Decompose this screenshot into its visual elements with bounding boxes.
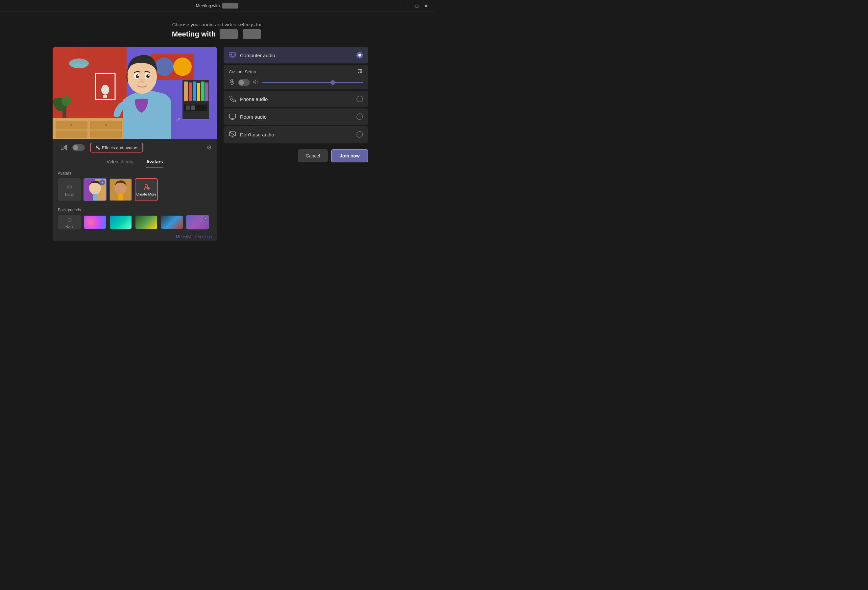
minimize-button[interactable]: − bbox=[404, 2, 412, 10]
computer-audio-radio bbox=[356, 52, 363, 59]
custom-setup-settings-button[interactable] bbox=[357, 68, 363, 75]
svg-rect-25 bbox=[197, 83, 200, 101]
room-audio-radio bbox=[356, 114, 363, 120]
svg-rect-15 bbox=[90, 131, 122, 137]
video-panel: ✕ Effects and avatars ⚙ V bbox=[53, 47, 217, 241]
phone-audio-label: Phone audio bbox=[240, 96, 353, 102]
tabs-row: Video effects Avatars bbox=[53, 156, 217, 168]
room-audio-option[interactable]: Room audio bbox=[224, 108, 368, 125]
custom-setup-header: Custom Setup bbox=[229, 68, 363, 75]
bg-none-icon: ⊘ bbox=[67, 216, 72, 224]
speaker-button[interactable] bbox=[253, 79, 259, 86]
backgrounds-label: Backgrounds bbox=[58, 208, 212, 212]
svg-point-38 bbox=[148, 75, 149, 76]
window-controls: − □ ✕ bbox=[404, 2, 430, 10]
svg-point-57 bbox=[359, 69, 360, 70]
more-avatar-settings-link[interactable]: More avatar settings bbox=[53, 233, 217, 241]
join-now-button[interactable]: Join now bbox=[331, 149, 368, 162]
svg-rect-24 bbox=[193, 81, 196, 101]
tab-video-effects[interactable]: Video effects bbox=[106, 159, 133, 168]
mic-muted-button[interactable] bbox=[229, 79, 235, 86]
video-controls-bar: Effects and avatars ⚙ bbox=[53, 139, 217, 156]
avatars-section-label: Avatars bbox=[58, 171, 212, 176]
svg-text:✕: ✕ bbox=[177, 117, 181, 122]
bg-ocean-item[interactable] bbox=[109, 215, 132, 229]
video-preview: ✕ bbox=[53, 47, 217, 139]
avatar-none-item[interactable]: ⊘ None bbox=[58, 178, 81, 201]
svg-line-41 bbox=[61, 145, 67, 150]
volume-toggle[interactable] bbox=[238, 79, 250, 86]
meeting-label: Meeting with bbox=[172, 30, 216, 38]
svg-rect-14 bbox=[56, 131, 87, 137]
svg-point-10 bbox=[53, 97, 62, 107]
svg-point-42 bbox=[96, 146, 98, 148]
main-content: Choose your audio and video settings for… bbox=[0, 12, 434, 241]
audio-panel: Computer audio Custom Setup bbox=[224, 47, 368, 162]
create-more-label: Create More bbox=[136, 192, 156, 196]
svg-point-20 bbox=[173, 58, 192, 76]
svg-rect-30 bbox=[191, 106, 195, 110]
bg-modern-item[interactable] bbox=[161, 215, 183, 229]
volume-slider[interactable] bbox=[262, 82, 363, 83]
camera-toggle[interactable] bbox=[72, 144, 85, 151]
bg-check-icon: ✓ bbox=[203, 216, 208, 221]
avatar-scene-svg: ✕ bbox=[53, 47, 217, 139]
computer-audio-icon bbox=[229, 52, 236, 59]
bg-forest-item[interactable] bbox=[135, 215, 158, 229]
svg-rect-23 bbox=[189, 83, 192, 101]
avatars-items-row: ⊘ None bbox=[58, 178, 212, 201]
svg-point-37 bbox=[137, 75, 139, 76]
volume-thumb[interactable] bbox=[331, 80, 335, 85]
backgrounds-items-row: ⊘ None ✓ bbox=[58, 215, 212, 229]
title-bar: Meeting with − □ ✕ bbox=[0, 0, 434, 12]
maximize-button[interactable]: □ bbox=[413, 2, 421, 10]
phone-audio-radio bbox=[356, 96, 363, 102]
cancel-button[interactable]: Cancel bbox=[298, 149, 328, 162]
window-title: Meeting with bbox=[30, 3, 404, 9]
avatar-1-wrap: ✓ bbox=[84, 178, 106, 201]
svg-rect-64 bbox=[229, 114, 235, 118]
bg-none-item[interactable]: ⊘ None bbox=[58, 215, 81, 229]
svg-rect-22 bbox=[184, 81, 188, 101]
bg-particles-item[interactable] bbox=[84, 215, 106, 229]
room-audio-icon bbox=[229, 113, 236, 120]
room-audio-label: Room audio bbox=[240, 114, 353, 119]
mic-muted-icon bbox=[229, 79, 235, 85]
effects-btn-label: Effects and avatars bbox=[102, 145, 139, 150]
effects-icon bbox=[95, 145, 100, 150]
camera-off-button[interactable] bbox=[58, 143, 70, 152]
svg-point-19 bbox=[155, 58, 174, 76]
svg-point-35 bbox=[136, 74, 139, 78]
close-button[interactable]: ✕ bbox=[422, 2, 430, 10]
no-audio-icon bbox=[229, 131, 236, 138]
svg-line-70 bbox=[229, 132, 235, 136]
svg-point-16 bbox=[70, 124, 72, 126]
svg-point-17 bbox=[105, 124, 107, 126]
svg-rect-26 bbox=[201, 81, 205, 101]
custom-setup-row: Custom Setup bbox=[224, 65, 368, 89]
computer-audio-option[interactable]: Computer audio bbox=[224, 47, 368, 63]
svg-rect-47 bbox=[93, 193, 97, 201]
computer-audio-label: Computer audio bbox=[240, 53, 353, 58]
create-more-item[interactable]: Create More bbox=[135, 178, 158, 201]
no-audio-radio bbox=[356, 131, 363, 138]
phone-audio-option[interactable]: Phone audio bbox=[224, 91, 368, 107]
svg-point-36 bbox=[146, 74, 150, 78]
tab-avatars[interactable]: Avatars bbox=[146, 159, 163, 168]
bg-selected-item[interactable]: ✓ bbox=[186, 215, 209, 229]
svg-point-9 bbox=[62, 96, 71, 106]
avatar-1-check: ✓ bbox=[99, 180, 105, 185]
camera-off-icon bbox=[61, 144, 67, 151]
title-text: Meeting with bbox=[196, 3, 220, 8]
svg-point-59 bbox=[359, 72, 360, 73]
subtitle-text: Choose your audio and video settings for bbox=[172, 22, 262, 27]
avatar-2-thumbnail bbox=[110, 179, 131, 201]
effects-avatars-button[interactable]: Effects and avatars bbox=[90, 143, 143, 152]
svg-point-58 bbox=[361, 71, 362, 72]
settings-button[interactable]: ⚙ bbox=[207, 144, 212, 151]
avatar-2-item[interactable] bbox=[109, 178, 132, 201]
none-circle-icon: ⊘ bbox=[66, 183, 72, 191]
svg-rect-50 bbox=[118, 193, 123, 201]
no-audio-option[interactable]: Don't use audio bbox=[224, 126, 368, 143]
svg-marker-63 bbox=[254, 80, 256, 84]
